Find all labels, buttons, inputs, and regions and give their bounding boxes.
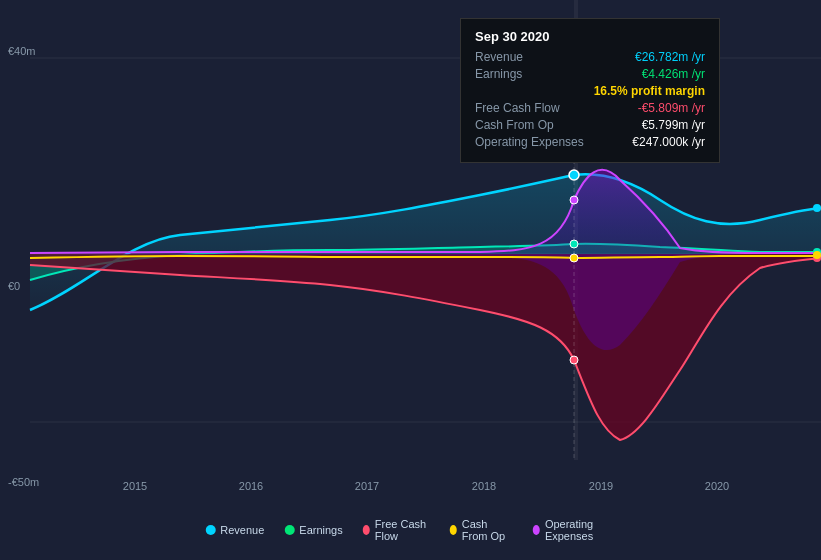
legend-earnings-label: Earnings [299, 524, 342, 536]
legend-revenue-label: Revenue [220, 524, 264, 536]
svg-point-8 [570, 254, 578, 262]
y-label-0: €0 [8, 280, 20, 292]
x-label-2017: 2017 [355, 480, 379, 492]
svg-point-10 [813, 204, 821, 212]
tooltip-box: Sep 30 2020 Revenue €26.782m /yr Earning… [460, 18, 720, 163]
tooltip-earnings: Earnings €4.426m /yr [475, 67, 705, 81]
legend-cashfromop-label: Cash From Op [462, 518, 513, 542]
chart-legend: Revenue Earnings Free Cash Flow Cash Fro… [205, 518, 616, 542]
tooltip-margin: 16.5% profit margin [475, 84, 705, 98]
x-label-2019: 2019 [589, 480, 613, 492]
legend-cashfromop-dot [450, 525, 457, 535]
legend-opex-label: Operating Expenses [545, 518, 616, 542]
tooltip-earnings-value: €4.426m /yr [642, 67, 705, 81]
legend-fcf-dot [363, 525, 370, 535]
y-label-neg50m: -€50m [8, 476, 39, 488]
tooltip-revenue-label: Revenue [475, 50, 523, 64]
svg-point-9 [570, 196, 578, 204]
tooltip-cashfromop-value: €5.799m /yr [642, 118, 705, 132]
legend-earnings[interactable]: Earnings [284, 524, 342, 536]
legend-fcf-label: Free Cash Flow [375, 518, 430, 542]
svg-point-6 [570, 240, 578, 248]
tooltip-revenue: Revenue €26.782m /yr [475, 50, 705, 64]
legend-revenue-dot [205, 525, 215, 535]
tooltip-earnings-label: Earnings [475, 67, 522, 81]
y-label-40m: €40m [8, 45, 36, 57]
tooltip-cashfromop: Cash From Op €5.799m /yr [475, 118, 705, 132]
tooltip-opex-label: Operating Expenses [475, 135, 584, 149]
legend-opex-dot [533, 525, 540, 535]
tooltip-fcf: Free Cash Flow -€5.809m /yr [475, 101, 705, 115]
x-label-2016: 2016 [239, 480, 263, 492]
tooltip-date: Sep 30 2020 [475, 29, 705, 44]
svg-point-13 [813, 251, 821, 259]
legend-opex[interactable]: Operating Expenses [533, 518, 616, 542]
x-label-2015: 2015 [123, 480, 147, 492]
legend-cashfromop[interactable]: Cash From Op [450, 518, 513, 542]
tooltip-cashfromop-label: Cash From Op [475, 118, 554, 132]
tooltip-revenue-value: €26.782m /yr [635, 50, 705, 64]
legend-revenue[interactable]: Revenue [205, 524, 264, 536]
tooltip-fcf-value: -€5.809m /yr [638, 101, 705, 115]
legend-fcf[interactable]: Free Cash Flow [363, 518, 430, 542]
chart-area: €40m €0 -€50m 2015 2016 2017 2018 2019 2… [0, 0, 821, 560]
x-label-2020: 2020 [705, 480, 729, 492]
svg-point-7 [570, 356, 578, 364]
tooltip-opex-value: €247.000k /yr [632, 135, 705, 149]
svg-point-5 [569, 170, 579, 180]
x-label-2018: 2018 [472, 480, 496, 492]
tooltip-opex: Operating Expenses €247.000k /yr [475, 135, 705, 149]
tooltip-fcf-label: Free Cash Flow [475, 101, 560, 115]
legend-earnings-dot [284, 525, 294, 535]
